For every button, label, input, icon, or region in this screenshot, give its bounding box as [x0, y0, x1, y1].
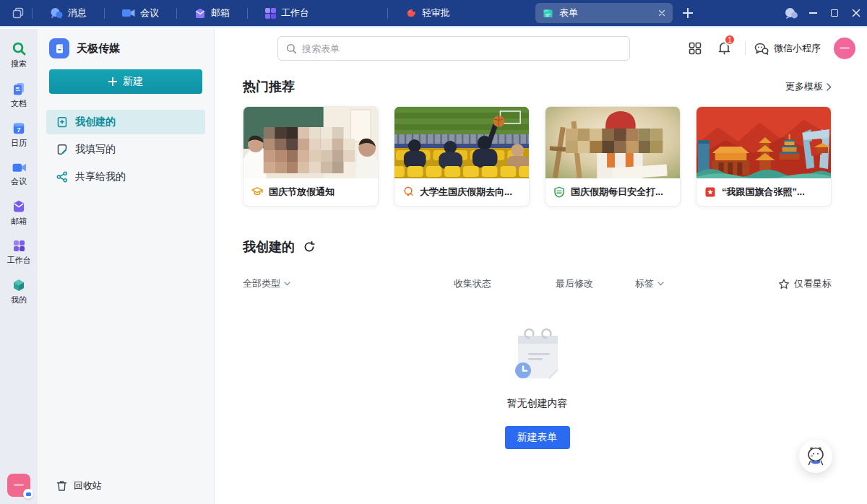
balloon-pin-icon: [402, 186, 414, 198]
filter-tag-label: 标签: [635, 277, 654, 290]
sidebar-item-filled[interactable]: 我填写的: [46, 137, 205, 162]
org-row[interactable]: 天极传媒: [38, 29, 214, 58]
rail-label: 会议: [11, 176, 27, 187]
created-title: 我创建的: [243, 238, 295, 256]
video-camera-icon: [122, 8, 135, 18]
filter-type[interactable]: 全部类型: [243, 277, 454, 290]
org-logo-icon: [49, 38, 69, 58]
recycle-bin[interactable]: 回收站: [56, 479, 102, 492]
card-title: 大学生国庆假期去向...: [420, 186, 512, 199]
card-title: 国庆假期每日安全打...: [571, 186, 663, 199]
rail-item-mine[interactable]: 我的: [11, 278, 27, 305]
shield-check-icon: [553, 186, 565, 198]
create-form-button[interactable]: 新建表单: [505, 426, 570, 449]
doc-edit-icon: [56, 144, 68, 155]
tab-workbench[interactable]: 工作台: [255, 0, 319, 26]
pixelation-mosaic: [566, 129, 663, 153]
tab-approval[interactable]: 轻审批: [395, 0, 460, 26]
window-titlebar: 消息 会议 邮箱 工作台 轻审批 表单: [0, 0, 867, 27]
content-area: 热门推荐 更多模板: [215, 68, 867, 449]
star-flag-icon: [704, 186, 716, 198]
user-avatar[interactable]: [7, 474, 30, 497]
graduation-cap-icon: [251, 186, 263, 198]
form-icon: [543, 8, 553, 19]
search-icon: [286, 43, 297, 54]
main-header: 1 微信小程序: [215, 29, 867, 68]
minimize-button[interactable]: [802, 0, 824, 26]
plus-icon: [108, 77, 117, 86]
main-panel: 1 微信小程序 热门推荐 更多模板: [215, 29, 867, 504]
filter-modified-label: 最后修改: [556, 277, 593, 290]
recycle-label: 回收站: [74, 479, 102, 492]
rail-item-workbench[interactable]: 工作台: [7, 239, 31, 266]
refresh-icon[interactable]: [303, 241, 315, 253]
more-templates-link[interactable]: 更多模板: [785, 80, 832, 93]
filter-starred-label: 仅看星标: [794, 277, 832, 290]
trash-icon: [56, 480, 67, 492]
filter-collect-status[interactable]: 收集状态: [454, 277, 556, 290]
chevron-down-icon: [657, 282, 664, 286]
search-input[interactable]: [302, 43, 621, 54]
tab-forms-active[interactable]: 表单: [535, 3, 673, 23]
svg-text:7: 7: [17, 126, 20, 134]
tab-messages[interactable]: 消息: [40, 0, 97, 26]
document-icon: [12, 82, 26, 96]
titlebar-chat-icon[interactable]: [780, 0, 802, 26]
new-button-label: 新建: [123, 75, 143, 88]
maximize-button[interactable]: [824, 0, 845, 26]
rail-label: 文档: [11, 98, 27, 109]
template-card-safety-checkin[interactable]: 国庆假期每日安全打...: [545, 106, 681, 207]
tab-label: 邮箱: [211, 6, 230, 19]
divider: [745, 42, 746, 55]
new-tab-button[interactable]: [683, 8, 693, 18]
card-thumbnail-stadium: [394, 107, 529, 178]
recommend-title: 热门推荐: [243, 78, 295, 95]
close-tab-icon[interactable]: [658, 9, 665, 17]
close-window-button[interactable]: [845, 0, 867, 26]
calendar-icon: 7: [12, 121, 26, 136]
search-icon: [12, 41, 27, 56]
filter-tag[interactable]: 标签: [635, 277, 664, 290]
mini-program-entry[interactable]: 微信小程序: [754, 42, 821, 55]
empty-state-text: 暂无创建内容: [507, 397, 568, 410]
chat-bubbles-icon: [50, 7, 63, 19]
divider: [32, 8, 33, 19]
rail-label: 日历: [11, 138, 27, 149]
new-form-button[interactable]: 新建: [49, 69, 202, 94]
chevron-down-icon: [284, 282, 290, 286]
card-thumbnail-classroom: [243, 107, 378, 178]
approval-icon: [405, 7, 417, 19]
card-title: 国庆节放假通知: [269, 186, 335, 199]
tab-label: 轻审批: [422, 6, 450, 19]
sidebar-item-label: 共享给我的: [75, 170, 126, 183]
search-box[interactable]: [277, 36, 630, 61]
sidebar-item-shared[interactable]: 共享给我的: [46, 165, 205, 189]
rail-item-docs[interactable]: 文档: [11, 82, 27, 109]
rail-item-meetings[interactable]: 会议: [11, 161, 27, 187]
template-card-student-trip[interactable]: 大学生国庆假期去向...: [394, 106, 530, 207]
rail-label: 搜索: [11, 58, 27, 69]
filter-starred-toggle[interactable]: 仅看星标: [778, 277, 832, 290]
sidebar-item-created[interactable]: 我创建的: [46, 110, 205, 134]
tab-mail[interactable]: 邮箱: [184, 0, 240, 26]
mini-program-label: 微信小程序: [774, 42, 821, 55]
template-card-flag-photo[interactable]: “我跟国旗合张照”...: [696, 106, 832, 207]
tab-label: 会议: [140, 6, 159, 19]
star-icon: [778, 279, 790, 290]
assistant-fab[interactable]: [799, 440, 832, 473]
user-avatar[interactable]: [834, 38, 855, 59]
window-stack-icon[interactable]: [12, 6, 25, 19]
tab-label: 消息: [68, 6, 87, 19]
template-cards: 国庆节放假通知: [243, 106, 832, 207]
template-card-holiday-notice[interactable]: 国庆节放假通知: [243, 106, 379, 207]
tab-meetings[interactable]: 会议: [112, 0, 169, 26]
divider: [387, 8, 388, 19]
cube-icon: [12, 278, 26, 292]
pixelation-mosaic: [264, 127, 355, 173]
rail-item-mail[interactable]: 邮箱: [11, 199, 27, 227]
apps-grid-icon[interactable]: [683, 36, 707, 61]
notification-bell-icon[interactable]: 1: [712, 36, 736, 61]
rail-item-search[interactable]: 搜索: [11, 41, 27, 69]
rail-item-calendar[interactable]: 7 日历: [11, 121, 27, 149]
filter-last-modified[interactable]: 最后修改: [556, 277, 635, 290]
